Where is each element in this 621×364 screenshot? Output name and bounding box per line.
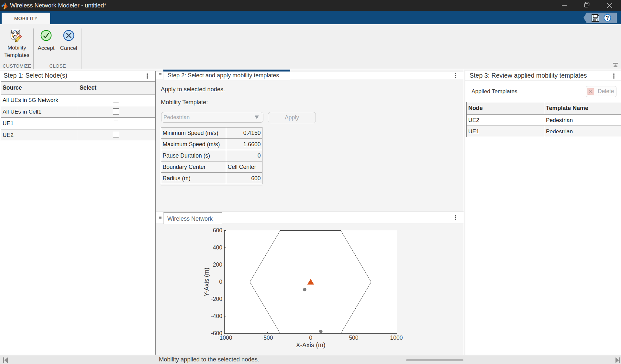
svg-text:-400: -400 (211, 313, 222, 319)
svg-text:0: 0 (309, 335, 312, 341)
svg-text:-500: -500 (261, 335, 273, 341)
svg-text:Y-Axis (m): Y-Axis (m) (203, 268, 210, 296)
svg-text:?: ? (606, 15, 609, 21)
svg-text:500: 500 (349, 335, 358, 341)
svg-text:600: 600 (213, 227, 222, 234)
svg-text:200: 200 (213, 261, 222, 268)
svg-text:400: 400 (213, 244, 222, 251)
svg-text:-200: -200 (211, 296, 222, 302)
svg-text:1000: 1000 (390, 335, 403, 341)
svg-text:-1000: -1000 (218, 335, 232, 341)
svg-text:0: 0 (219, 279, 222, 285)
svg-text:X-Axis (m): X-Axis (m) (296, 341, 326, 348)
